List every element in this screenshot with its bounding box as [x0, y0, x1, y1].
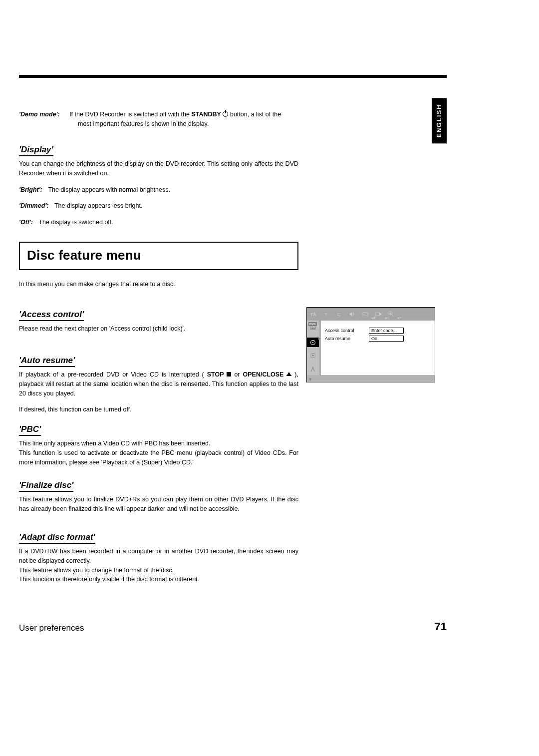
pbc-heading: 'PBC' [19, 424, 41, 436]
osd-subtitle-icon [362, 311, 369, 318]
access-heading: 'Access control' [19, 310, 84, 321]
finalize-heading: 'Finalize disc' [19, 480, 73, 492]
osd-top-sublabels: off on off [372, 316, 401, 320]
svg-text:T: T [325, 312, 328, 317]
svg-rect-5 [376, 313, 380, 315]
osd-main-panel: Access control Enter code... Auto resume… [321, 321, 435, 375]
auto-resume-section: 'Auto resume' If playback of a pre-recor… [19, 356, 298, 414]
disc-menu-intro: In this menu you can make changes that r… [19, 280, 298, 289]
disc-feature-menu-heading: Disc feature menu [27, 248, 141, 263]
pbc-line2: This function is used to activate or dea… [19, 448, 298, 467]
osd-body: ▸ Access control Enter code... Auto resu… [307, 321, 435, 375]
language-tab: ENGLISH [432, 98, 447, 143]
osd-row-access: Access control Enter code... [325, 328, 431, 334]
osd-install-icon [309, 366, 316, 375]
bright-row: 'Bright': The display appears with norma… [19, 185, 298, 195]
osd-audio-icon [349, 311, 356, 318]
page-top-rule [19, 75, 447, 78]
svg-text:TÅ: TÅ [310, 312, 316, 317]
adapt-line3: This function is therefore only visible … [19, 575, 298, 584]
osd-autoresume-value: On [369, 336, 404, 342]
disc-feature-menu-box: Disc feature menu [19, 242, 298, 270]
finalize-text: This feature allows you to finalize DVD+… [19, 495, 298, 514]
osd-record-icon [309, 352, 316, 361]
osd-access-value: Enter code... [369, 328, 404, 334]
osd-access-label: Access control [325, 328, 369, 333]
stop-icon [227, 372, 231, 377]
page-number: 71 [435, 620, 447, 633]
adapt-line2: This feature allows you to change the fo… [19, 566, 298, 575]
auto-resume-p2: If desired, this function can be turned … [19, 405, 298, 414]
osd-sidebar [307, 321, 319, 375]
osd-sub-off2: off [397, 316, 401, 320]
auto-resume-p1a: If playback of a pre-recorded DVD or Vid… [19, 371, 207, 378]
osd-dvd-label: DVD [308, 322, 317, 326]
open-close-label: OPEN/CLOSE [243, 371, 283, 378]
dimmed-label: 'Dimmed': [19, 202, 48, 209]
demo-mode-label: 'Demo mode': [19, 111, 60, 118]
off-label: 'Off': [19, 219, 33, 226]
adapt-line1: If a DVD+RW has been recorded in a compu… [19, 547, 298, 566]
access-control-section: 'Access control' Please read the next ch… [19, 310, 298, 334]
footer-section-title: User preferences [19, 623, 84, 633]
display-heading: 'Display' [19, 145, 53, 156]
access-text: Please read the next chapter on 'Access … [19, 324, 298, 334]
eject-bar-icon [286, 375, 291, 376]
osd-screenshot: TÅ T C off on off DVD [306, 307, 435, 382]
adapt-section: 'Adapt disc format' If a DVD+RW has been… [19, 532, 298, 584]
standby-label: STANDBY [191, 111, 221, 118]
osd-bottom-bar: ▾ [307, 375, 435, 383]
display-section: 'Display' You can change the brightness … [19, 145, 298, 227]
svg-point-11 [311, 326, 312, 327]
osd-top-bar: TÅ T C [307, 308, 435, 321]
osd-down-arrow-icon: ▾ [309, 377, 312, 382]
stop-label: STOP [207, 371, 224, 378]
auto-resume-heading: 'Auto resume' [19, 356, 75, 367]
off-text: The display is switched off. [38, 219, 113, 226]
display-intro: You can change the brightness of the dis… [19, 159, 298, 178]
osd-row-autoresume: Auto resume On [325, 336, 431, 342]
demo-mode-definition: 'Demo mode': If the DVD Recorder is swit… [19, 110, 298, 129]
pbc-section: 'PBC' This line only appears when a Vide… [19, 424, 298, 467]
dimmed-row: 'Dimmed': The display appears less brigh… [19, 201, 298, 211]
svg-point-13 [312, 342, 313, 343]
osd-sub-on: on [385, 316, 389, 320]
auto-resume-paragraph: If playback of a pre-recorded DVD or Vid… [19, 370, 298, 398]
osd-c-icon: C [336, 311, 343, 318]
demo-mode-text-cont: most important features is shown in the … [78, 120, 209, 127]
off-row: 'Off': The display is switched off. [19, 218, 298, 227]
adapt-heading: 'Adapt disc format' [19, 532, 95, 544]
demo-mode-text-1: If the DVD Recorder is switched off with… [69, 111, 191, 118]
osd-t-icon: T [323, 311, 330, 318]
bright-label: 'Bright': [19, 186, 42, 193]
demo-mode-text-2: button, a list of the [230, 111, 281, 118]
standby-icon [223, 111, 228, 117]
pbc-line1: This line only appears when a Video CD w… [19, 439, 298, 448]
auto-resume-p1b: or [234, 371, 243, 378]
osd-sub-off: off [372, 316, 376, 320]
bright-text: The display appears with normal brightne… [48, 186, 170, 193]
dimmed-text: The display appears less bright. [54, 202, 142, 209]
svg-rect-3 [363, 313, 368, 316]
osd-language-icon: TÅ [310, 311, 317, 318]
osd-disc-icon-active [307, 338, 319, 347]
svg-text:C: C [337, 312, 340, 317]
finalize-section: 'Finalize disc' This feature allows you … [19, 480, 298, 514]
svg-point-15 [312, 355, 314, 357]
osd-autoresume-label: Auto resume [325, 336, 369, 341]
